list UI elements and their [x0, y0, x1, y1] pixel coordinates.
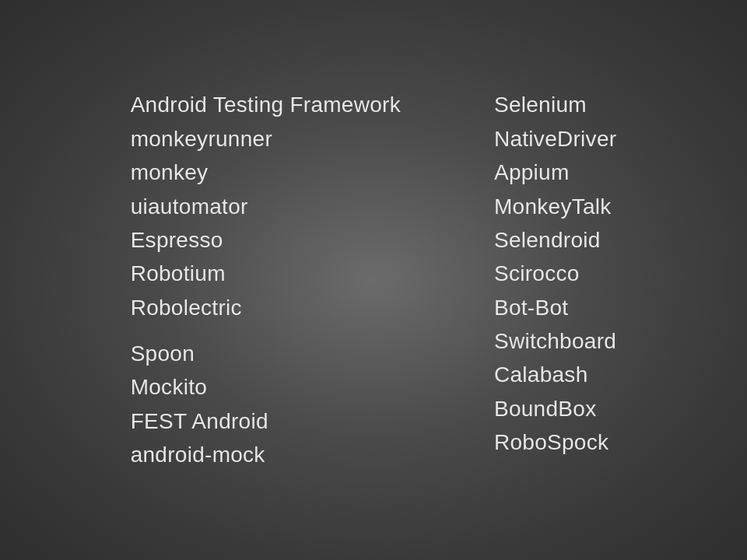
tool-item: monkeyrunner [131, 122, 401, 156]
tool-item: Robolectric [131, 291, 401, 324]
tool-item: NativeDriver [494, 122, 616, 156]
tool-item: Robotium [131, 257, 401, 290]
left-column: Android Testing Frameworkmonkeyrunnermon… [131, 88, 401, 471]
tool-item: Mockito [131, 370, 401, 404]
tool-item: uiautomator [131, 190, 401, 223]
content-area: Android Testing Frameworkmonkeyrunnermon… [100, 57, 648, 502]
tool-item: android-mock [131, 438, 401, 471]
tool-item: BoundBox [494, 392, 616, 425]
tool-item: Android Testing Framework [131, 88, 401, 121]
tool-item: Scirocco [494, 257, 616, 290]
tool-item: RoboSpock [494, 425, 616, 459]
tool-item: Calabash [494, 358, 616, 391]
tool-item: MonkeyTalk [494, 190, 616, 223]
tool-item: Selendroid [494, 223, 616, 257]
tool-item: FEST Android [131, 404, 401, 438]
tool-item: Spoon [131, 337, 401, 370]
tool-item: monkey [131, 156, 401, 189]
tool-item: Switchboard [494, 324, 616, 358]
tool-item: Bot-Bot [494, 291, 616, 324]
right-column: SeleniumNativeDriverAppiumMonkeyTalkSele… [494, 88, 616, 459]
tool-item: Appium [494, 156, 616, 189]
tool-item: Espresso [131, 223, 401, 257]
tool-item: Selenium [494, 88, 616, 121]
